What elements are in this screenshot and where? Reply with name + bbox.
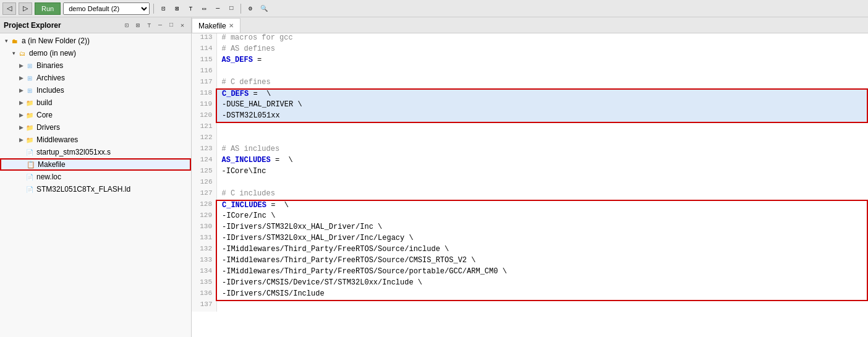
tree-item-includes[interactable]: ▶ ⊞ Includes (0, 84, 191, 96)
line-num-126: 126 (192, 178, 216, 189)
code-line-122: 122 (192, 134, 867, 145)
run-button[interactable]: Run (35, 2, 61, 15)
line-content-127: # C includes (216, 189, 867, 200)
toolbar-icon-gear[interactable]: ⚙ (245, 3, 256, 14)
toolbar-icon-1[interactable]: ⊡ (158, 3, 169, 14)
line-content-120: -DSTM32L051xx (216, 111, 867, 122)
line-num-135: 135 (192, 278, 216, 289)
line-content-113: # macros for gcc (216, 33, 867, 45)
line-content-131: -IDrivers/STM32L0xx_HAL_Driver/Inc/Legac… (216, 234, 867, 245)
line-content-122 (216, 134, 867, 145)
code-line-129: 129 -ICore/Inc \ (192, 211, 867, 223)
toolbar-icon-collapse[interactable]: ▭ (198, 3, 210, 14)
line-num-128: 128 (192, 200, 216, 211)
tree-item-makefile[interactable]: ▶ 📋 Makefile (0, 158, 191, 171)
line-content-136: -IDrivers/CMSIS/Include (216, 289, 867, 301)
startup-file-icon: 📄 (25, 147, 35, 157)
toolbar-icon-2[interactable]: ⊠ (171, 3, 182, 14)
toolbar-separator (153, 4, 154, 14)
maximize-panel-icon[interactable]: □ (166, 20, 176, 30)
toolbar-icon-min[interactable]: — (212, 3, 223, 14)
tree-label-startup: startup_stm32l051xx.s (36, 148, 111, 156)
code-line-117: 117 # C defines (192, 78, 867, 89)
newloc-file-icon: 📄 (25, 172, 35, 182)
tree-item-newloc[interactable]: ▶ 📄 new.loc (0, 171, 191, 183)
tree-item-demo[interactable]: ▾ 🗂 demo (in new) (0, 47, 191, 59)
filter-icon[interactable]: ⊤ (144, 20, 154, 30)
line-content-134: -IMiddlewares/Third_Party/FreeRTOS/Sourc… (216, 267, 867, 278)
line-content-124: AS_INCLUDES = \ (216, 156, 867, 167)
line-num-130: 130 (192, 223, 216, 234)
line-content-129: -ICore/Inc \ (216, 211, 867, 223)
code-line-119: 119 -DUSE_HAL_DRIVER \ (192, 100, 867, 111)
back-button[interactable]: ◁ (2, 2, 16, 15)
tree-item-drivers[interactable]: ▶ 📁 Drivers (0, 121, 191, 134)
line-num-133: 133 (192, 256, 216, 267)
makefile-tab[interactable]: Makefile ✕ (192, 18, 240, 33)
line-num-113: 113 (192, 33, 216, 45)
tree-item-binaries[interactable]: ▶ ⊞ Binaries (0, 59, 191, 72)
tree-item-a[interactable]: ▾ 🖿 a (in New Folder (2)) (0, 35, 191, 47)
tree-item-core[interactable]: ▶ 📁 Core (0, 109, 191, 121)
code-line-132: 132 -IMiddlewares/Third_Party/FreeRTOS/S… (192, 245, 867, 256)
minimize-panel-icon[interactable]: — (155, 20, 165, 30)
tree-item-startup[interactable]: ▶ 📄 startup_stm32l051xx.s (0, 146, 191, 158)
tree-arrow-build: ▶ (17, 100, 25, 106)
core-folder-icon: 📁 (25, 110, 35, 120)
panel-header: Project Explorer ⊡ ⊠ ⊤ — □ ✕ (0, 17, 191, 33)
build-folder-icon: 📁 (25, 98, 35, 108)
line-content-114: # AS defines (216, 45, 867, 56)
forward-button[interactable]: ▷ (19, 2, 32, 15)
demo-icon: 🗂 (17, 48, 27, 58)
tree-label-middlewares: Middlewares (36, 135, 78, 144)
tree-item-build[interactable]: ▶ 📁 build (0, 96, 191, 109)
code-line-118: 118 C_DEFS = \ (192, 89, 867, 100)
tree-arrow-middlewares: ▶ (17, 137, 25, 143)
panel-header-icons: ⊡ ⊠ ⊤ — □ ✕ (122, 20, 187, 30)
editor-content[interactable]: 113 # macros for gcc 114 # AS defines 11… (192, 33, 868, 337)
code-line-127: 127 # C includes (192, 189, 867, 200)
code-line-113: 113 # macros for gcc (192, 33, 867, 45)
line-num-129: 129 (192, 211, 216, 223)
line-num-122: 122 (192, 134, 216, 145)
line-content-137 (216, 301, 867, 312)
code-line-125: 125 -ICore\Inc (192, 167, 867, 178)
collapse-all-icon[interactable]: ⊡ (122, 20, 132, 30)
code-table: 113 # macros for gcc 114 # AS defines 11… (192, 33, 868, 312)
line-num-114: 114 (192, 45, 216, 56)
editor-tabs: Makefile ✕ (192, 17, 868, 33)
toolbar-icon-max[interactable]: □ (226, 3, 237, 14)
tree-label-includes: Includes (36, 86, 64, 95)
line-num-134: 134 (192, 267, 216, 278)
line-content-119: -DUSE_HAL_DRIVER \ (216, 100, 867, 111)
line-num-121: 121 (192, 122, 216, 134)
line-content-118: C_DEFS = \ (216, 89, 867, 100)
line-num-117: 117 (192, 78, 216, 89)
tree-arrow-binaries: ▶ (17, 62, 25, 69)
line-content-135: -IDrivers/CMSIS/Device/ST/STM32L0xx/Incl… (216, 278, 867, 289)
tree-item-middlewares[interactable]: ▶ 📁 Middlewares (0, 134, 191, 146)
line-content-115: AS_DEFS = (216, 56, 867, 67)
line-content-117: # C defines (216, 78, 867, 89)
code-line-114: 114 # AS defines (192, 45, 867, 56)
toolbar-icon-search[interactable]: 🔍 (258, 3, 270, 14)
drivers-folder-icon: 📁 (25, 122, 35, 132)
line-num-123: 123 (192, 145, 216, 156)
code-line-137: 137 (192, 301, 867, 312)
tree-label-drivers: Drivers (36, 123, 60, 132)
close-panel-icon[interactable]: ✕ (177, 20, 187, 30)
demo-combo[interactable]: demo Default (2) (63, 2, 150, 15)
tree-label-ld: STM32L051C8Tx_FLASH.ld (36, 185, 130, 194)
expand-all-icon[interactable]: ⊠ (133, 20, 143, 30)
code-line-130: 130 -IDrivers/STM32L0xx_HAL_Driver/Inc \ (192, 223, 867, 234)
line-num-136: 136 (192, 289, 216, 301)
line-num-120: 120 (192, 111, 216, 122)
tree-item-ld[interactable]: ▶ 📄 STM32L051C8Tx_FLASH.ld (0, 183, 191, 195)
code-line-136: 136 -IDrivers/CMSIS/Include (192, 289, 867, 301)
toolbar-icon-filter[interactable]: ⊤ (185, 3, 196, 14)
line-num-124: 124 (192, 156, 216, 167)
tree-item-archives[interactable]: ▶ ⊞ Archives (0, 72, 191, 84)
editor-panel: Makefile ✕ 113 # macros for gcc 114 # AS… (192, 17, 868, 337)
line-content-121 (216, 122, 867, 134)
tab-close-icon[interactable]: ✕ (229, 22, 234, 29)
